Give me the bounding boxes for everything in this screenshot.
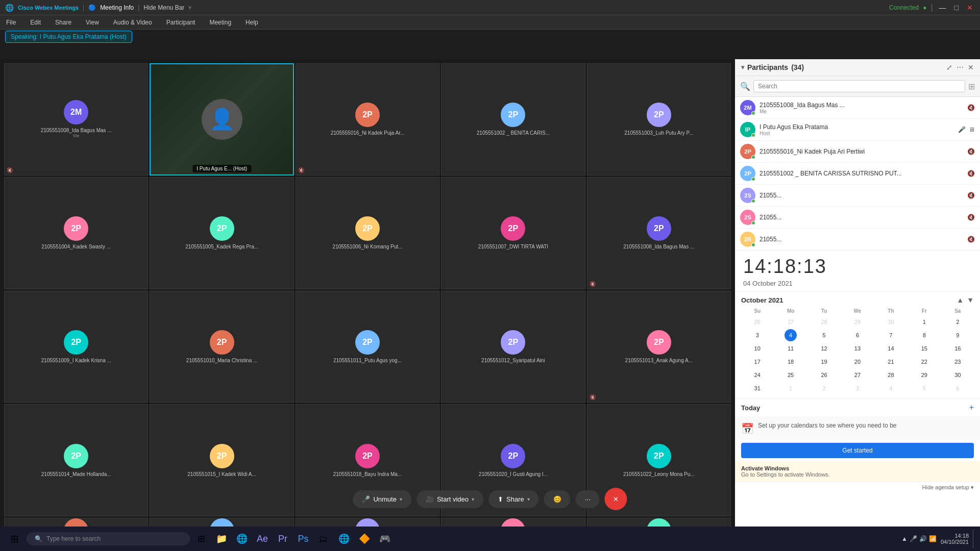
taskbar-adobe-pr[interactable]: Pr	[274, 530, 292, 548]
close-panel-icon[interactable]: ✕	[968, 63, 974, 71]
cal-day-5-0[interactable]: 31	[751, 382, 764, 394]
cal-day-0-5[interactable]: 1	[918, 316, 930, 328]
tray-arrow-icon[interactable]: ▲	[901, 535, 908, 542]
participant-row-5[interactable]: 2S21055...🔇	[735, 207, 980, 229]
tray-volume-icon[interactable]: 🔊	[919, 535, 927, 542]
meeting-info-link[interactable]: Meeting Info	[100, 4, 134, 11]
video-cell-p12[interactable]: 2P2105551010_Maria Christina ...	[150, 291, 293, 403]
cal-day-2-3[interactable]: 13	[851, 342, 864, 355]
participant-row-3[interactable]: 2P2105551002 _ BENITA CARISSA SUTRISNO P…	[735, 163, 980, 185]
cal-day-3-4[interactable]: 21	[885, 356, 897, 368]
more-options-icon[interactable]: ⋯	[957, 63, 964, 71]
cal-day-4-5[interactable]: 29	[918, 369, 930, 381]
cal-day-1-2[interactable]: 5	[818, 329, 830, 341]
cal-day-1-6[interactable]: 9	[951, 329, 964, 341]
cal-day-1-1[interactable]: 4	[785, 329, 797, 341]
video-cell-p9[interactable]: 2P2105551007_DWI TIRTA WATI	[441, 177, 585, 289]
taskbar-edge[interactable]: 🌐	[233, 530, 251, 548]
close-btn[interactable]: ✕	[965, 4, 975, 12]
participant-row-4[interactable]: 2S21055...🔇	[735, 185, 980, 207]
taskbar-app2[interactable]: 🎮	[376, 530, 394, 548]
cal-day-0-3[interactable]: 29	[851, 316, 864, 328]
maximize-btn[interactable]: □	[952, 4, 961, 12]
minimize-btn[interactable]: —	[937, 4, 948, 12]
cal-day-0-2[interactable]: 28	[818, 316, 830, 328]
menu-file[interactable]: File	[4, 18, 18, 27]
cal-day-2-4[interactable]: 14	[885, 342, 897, 355]
cal-day-2-0[interactable]: 10	[751, 342, 764, 355]
cal-day-1-5[interactable]: 8	[918, 329, 930, 341]
cal-day-0-1[interactable]: 27	[785, 316, 797, 328]
taskbar-task-view[interactable]: ⊞	[192, 530, 210, 548]
cal-day-1-0[interactable]: 3	[751, 329, 764, 341]
more-button[interactable]: ···	[576, 490, 600, 508]
taskbar-app1[interactable]: 🔶	[355, 530, 374, 548]
video-cell-p4[interactable]: 2P2105551002 _ BENITA CARIS...	[441, 63, 585, 176]
unmute-button[interactable]: 🎤 Unmute ▾	[353, 490, 411, 508]
participant-row-0[interactable]: 2M2105551008_Ida Bagus Mas ...Me🔇	[735, 97, 980, 119]
video-cell-p6[interactable]: 2P2105551004_Kadek Swasty ...	[4, 177, 148, 289]
end-call-button[interactable]: ✕	[605, 488, 627, 510]
start-button[interactable]: ⊞	[4, 529, 24, 549]
cal-day-0-4[interactable]: 30	[885, 316, 897, 328]
menu-share[interactable]: Share	[53, 18, 74, 27]
cal-day-2-6[interactable]: 16	[951, 342, 964, 355]
cal-day-2-2[interactable]: 12	[818, 342, 830, 355]
menu-view[interactable]: View	[84, 18, 101, 27]
share-caret[interactable]: ▾	[527, 496, 530, 502]
menu-audio-video[interactable]: Audio & Video	[111, 18, 154, 27]
cal-day-4-1[interactable]: 25	[785, 369, 797, 381]
video-cell-p13[interactable]: 2P2105551011_Putu Agus yog...	[296, 291, 439, 403]
cal-day-4-0[interactable]: 24	[751, 369, 764, 381]
calendar-prev[interactable]: ▲	[957, 296, 964, 304]
taskbar-search[interactable]: 🔍 Type here to search	[27, 532, 190, 545]
show-desktop-icon[interactable]	[973, 530, 976, 548]
get-started-button[interactable]: Get started	[741, 443, 974, 458]
cal-day-2-1[interactable]: 11	[785, 342, 797, 355]
cal-day-5-6[interactable]: 6	[951, 382, 964, 394]
video-cell-p8[interactable]: 2P2105551006_Ni Komang Put...	[296, 177, 439, 289]
start-video-button[interactable]: 🎥 Start video ▾	[416, 490, 483, 508]
video-cell-p3[interactable]: 2P2105555016_Ni Kadek Puja Ar...🔇	[296, 63, 439, 176]
participant-row-2[interactable]: 2P2105555016_Ni Kadek Puja Ari Pertiwi🔇	[735, 141, 980, 163]
cal-day-3-5[interactable]: 22	[918, 356, 930, 368]
cal-day-4-4[interactable]: 28	[885, 369, 897, 381]
share-button[interactable]: ⬆ Share ▾	[488, 490, 539, 508]
system-clock[interactable]: 14:18 04/10/2021	[941, 533, 969, 545]
cal-day-5-5[interactable]: 5	[918, 382, 930, 394]
video-caret[interactable]: ▾	[472, 496, 474, 502]
taskbar-adobe-ae[interactable]: Ae	[253, 530, 272, 548]
taskbar-files[interactable]: 🗂	[314, 530, 333, 548]
hide-agenda-btn[interactable]: Hide agenda setup ▾	[735, 482, 980, 493]
taskbar-file-explorer[interactable]: 📁	[212, 530, 231, 548]
calendar-next[interactable]: ▼	[967, 296, 974, 304]
tray-network-icon[interactable]: 📶	[929, 535, 937, 542]
cal-day-5-2[interactable]: 2	[818, 382, 830, 394]
participant-row-1[interactable]: IPI Putu Agus Eka PratamaHost🎤🖥	[735, 119, 980, 141]
cal-day-3-0[interactable]: 17	[751, 356, 764, 368]
cal-day-3-3[interactable]: 20	[851, 356, 864, 368]
tray-mic-icon[interactable]: 🎤	[910, 535, 917, 542]
taskbar-chrome[interactable]: 🌐	[335, 530, 353, 548]
video-cell-p11[interactable]: 2P2105551009_I Kadek Krisna ...	[4, 291, 148, 403]
video-cell-p5[interactable]: 2P2105551003_Luh Putu Ary P...	[587, 63, 731, 176]
cal-day-4-6[interactable]: 30	[951, 369, 964, 381]
cal-day-2-5[interactable]: 15	[918, 342, 930, 355]
video-cell-p14[interactable]: 2P2105551012_Syaripatul Aini	[441, 291, 585, 403]
menu-meeting[interactable]: Meeting	[207, 18, 233, 27]
add-event-icon[interactable]: +	[969, 403, 974, 412]
video-cell-p17[interactable]: 2P2105551015_I Kadek Widi A...	[150, 404, 293, 516]
video-cell-p2[interactable]: 👤I Putu Agus E... (Host)	[150, 63, 293, 176]
cal-day-5-1[interactable]: 1	[785, 382, 797, 394]
cal-day-3-1[interactable]: 18	[785, 356, 797, 368]
cal-day-4-2[interactable]: 26	[818, 369, 830, 381]
cal-day-0-6[interactable]: 2	[951, 316, 964, 328]
filter-icon[interactable]: ⊞	[968, 82, 975, 91]
menu-participant[interactable]: Participant	[164, 18, 198, 27]
video-cell-p15[interactable]: 2P2105551013_Anak Agung A...🔇	[587, 291, 731, 403]
reactions-button[interactable]: 😊	[544, 490, 571, 508]
cal-day-5-4[interactable]: 4	[885, 382, 897, 394]
unmute-caret[interactable]: ▾	[400, 496, 402, 502]
video-cell-p16[interactable]: 2P2105551014_Made Hollanda...	[4, 404, 148, 516]
video-cell-p1[interactable]: 2M2105551008_Ida Bagus Mas ...Me🔇	[4, 63, 148, 176]
